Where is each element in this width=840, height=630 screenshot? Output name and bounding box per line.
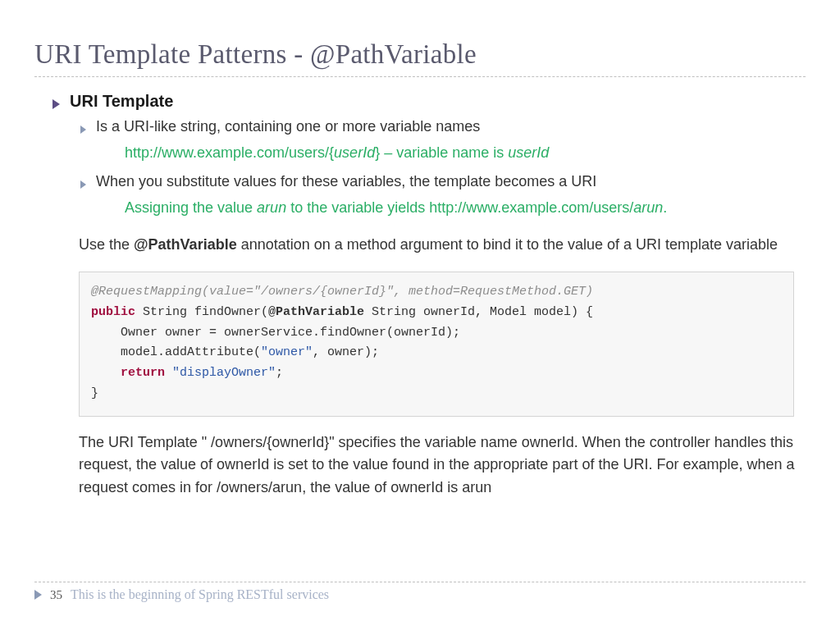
bullet-level2-a: Is a URI-like string, containing one or … — [80, 116, 806, 137]
bullet-level2-b: When you substitute values for these var… — [80, 171, 806, 192]
bullet-l1-text: URI Template — [70, 92, 173, 111]
slide-title: URI Template Patterns - @PathVariable — [34, 39, 806, 70]
slide-footer: 35 This is the beginning of Spring RESTf… — [34, 582, 806, 602]
code-snippet: @RequestMapping(value="/owners/{ownerId}… — [79, 272, 794, 417]
bullet-level1: URI Template — [52, 92, 806, 111]
triangle-right-icon — [52, 99, 60, 109]
footer-divider — [34, 582, 806, 582]
title-divider — [34, 76, 806, 77]
paragraph-pathvariable: Use the @PathVariable annotation on a me… — [79, 234, 806, 257]
footer-caption: This is the beginning of Spring RESTful … — [71, 587, 329, 602]
example-uri-substituted: Assigning the value arun to the variable… — [125, 197, 806, 219]
triangle-right-icon — [80, 126, 86, 134]
triangle-right-icon — [80, 180, 86, 189]
page-number: 35 — [50, 588, 62, 602]
paragraph-explanation: The URI Template " /owners/{ownerId}" sp… — [79, 431, 806, 500]
bullet-l2b-text: When you substitute values for these var… — [96, 171, 596, 192]
triangle-right-icon — [34, 590, 42, 600]
example-uri-template: http://www.example.com/users/{userId} – … — [125, 142, 806, 164]
bullet-l2a-text: Is a URI-like string, containing one or … — [96, 116, 480, 137]
